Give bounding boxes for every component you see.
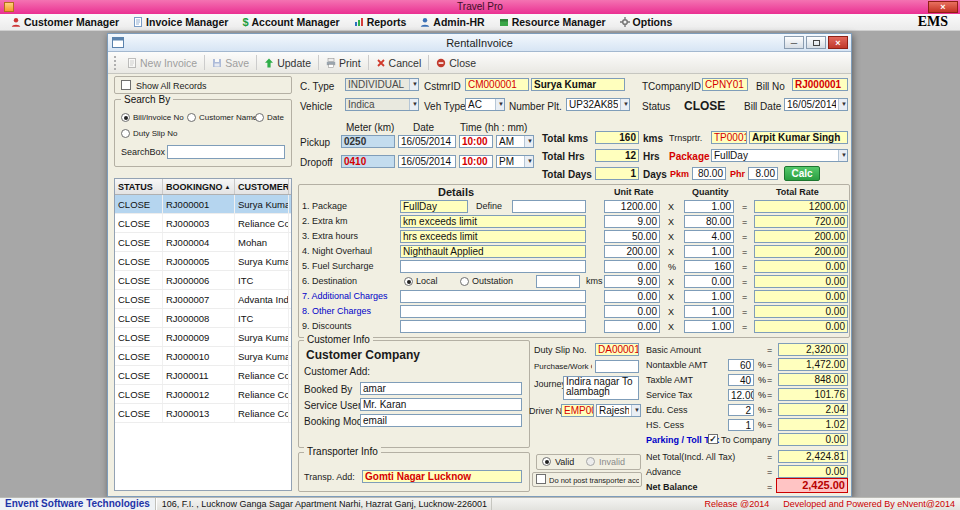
to-company-checkbox[interactable]: ✓: [708, 434, 718, 444]
calc-button[interactable]: Calc: [784, 166, 820, 181]
destination-kms-input[interactable]: [536, 275, 580, 288]
total-rate-field[interactable]: 0.00: [754, 305, 848, 318]
quantity-field[interactable]: 1.00: [684, 245, 734, 258]
nontax-amt-field[interactable]: 1,472.00: [778, 358, 848, 371]
grid-row[interactable]: CLOSERJ000004Mohan: [115, 233, 291, 252]
journey-desc-textarea[interactable]: Indira nagar To alambagh: [563, 376, 639, 400]
radio-local[interactable]: [404, 277, 413, 286]
trnsprtr-name-field[interactable]: Arpit Kumar Singh: [749, 131, 848, 144]
menu-admin-hr[interactable]: Admin-HR: [413, 14, 491, 31]
fuel-surcharge-field[interactable]: [400, 260, 586, 273]
menu-account-manager[interactable]: $Account Manager: [235, 14, 346, 31]
unit-rate-field[interactable]: 0.00: [604, 305, 660, 318]
quantity-field[interactable]: 1.00: [684, 290, 734, 303]
net-balance-field[interactable]: 2,425.00: [776, 478, 848, 493]
quantity-field[interactable]: 1.00: [684, 305, 734, 318]
minimize-button[interactable]: ─: [784, 36, 804, 49]
total-rate-field[interactable]: 720.00: [754, 215, 848, 228]
driver-name-select[interactable]: Rajesh Kumar▼: [596, 404, 641, 417]
new-invoice-button[interactable]: New Invoice: [122, 56, 202, 70]
grid-row[interactable]: CLOSERJ000013Reliance Com: [115, 404, 291, 423]
customer-name-field[interactable]: Surya Kumar: [531, 78, 625, 91]
radio-invalid[interactable]: [586, 457, 595, 466]
total-rate-field[interactable]: 200.00: [754, 230, 848, 243]
booked-by-field[interactable]: amar: [360, 382, 522, 395]
extra-hours-field[interactable]: hrs exceeds limit: [400, 230, 586, 243]
grid-row[interactable]: CLOSERJ000008ITC: [115, 309, 291, 328]
close-button[interactable]: ×: [828, 36, 848, 49]
radio-valid[interactable]: [542, 457, 551, 466]
c-type-select[interactable]: INDIVIDUAL▼: [345, 78, 419, 91]
purchase-order-input[interactable]: [595, 360, 639, 373]
dropoff-ampm-select[interactable]: PM▼: [496, 155, 534, 168]
bill-no-field[interactable]: RJ000001: [792, 78, 848, 91]
unit-rate-field[interactable]: 1200.00: [604, 200, 660, 213]
total-rate-field[interactable]: 0.00: [754, 275, 848, 288]
hs-cess-field[interactable]: 1.02: [778, 418, 848, 431]
grid-row[interactable]: CLOSERJ000010Surya Kumar: [115, 347, 291, 366]
basic-amount-field[interactable]: 2,320.00: [778, 343, 848, 356]
phr-field[interactable]: 8.00: [748, 167, 778, 180]
grid-row[interactable]: CLOSERJ000011Reliance Com: [115, 366, 291, 385]
unit-rate-field[interactable]: 50.00: [604, 230, 660, 243]
edu-cess-pct-input[interactable]: 2: [728, 404, 754, 416]
menu-reports[interactable]: Reports: [347, 14, 414, 31]
menu-customer-manager[interactable]: Customer Manager: [4, 14, 126, 31]
tax-amt-field[interactable]: 848.00: [778, 373, 848, 386]
print-button[interactable]: Print: [321, 56, 366, 70]
booking-mode-field[interactable]: email: [360, 414, 522, 427]
total-kms-field[interactable]: 160: [595, 131, 639, 144]
tax-pct-input[interactable]: 40: [728, 374, 754, 386]
vehicle-select[interactable]: Indica▼: [345, 98, 419, 111]
cstmrid-field[interactable]: CM000001: [465, 78, 529, 91]
number-plt-select[interactable]: UP32AK8596▼: [566, 98, 630, 111]
discounts-field[interactable]: [400, 320, 586, 333]
other-charges-field[interactable]: [400, 305, 586, 318]
grid-row[interactable]: CLOSERJ000001Surya Kumar: [115, 195, 291, 214]
update-button[interactable]: Update: [259, 56, 316, 70]
pickup-date-field[interactable]: 16/05/2014: [398, 135, 456, 148]
unit-rate-field[interactable]: 0.00: [604, 260, 660, 273]
grid-row[interactable]: CLOSERJ000009Surya Kumar: [115, 328, 291, 347]
duty-slip-field[interactable]: DA00001: [595, 343, 639, 356]
radio-outstation[interactable]: [460, 277, 469, 286]
night-overhaul-field[interactable]: Nighthault Applied: [400, 245, 586, 258]
cancel-button[interactable]: Cancel: [371, 56, 427, 70]
maximize-button[interactable]: [806, 36, 826, 49]
grid-header-customer[interactable]: CUSTOMER: [235, 179, 289, 194]
quantity-field[interactable]: 0.00: [684, 275, 734, 288]
grid-row[interactable]: CLOSERJ000005Surya Kumar: [115, 252, 291, 271]
total-rate-field[interactable]: 0.00: [754, 260, 848, 273]
menu-invoice-manager[interactable]: Invoice Manager: [126, 14, 235, 31]
grid-row[interactable]: CLOSERJ000012Reliance Com: [115, 385, 291, 404]
show-all-records-checkbox[interactable]: [121, 80, 131, 90]
net-total-field[interactable]: 2,424.81: [778, 450, 848, 463]
search-input[interactable]: [167, 145, 285, 159]
save-button[interactable]: Save: [207, 56, 254, 70]
pkm-field[interactable]: 80.00: [692, 167, 726, 180]
radio-date[interactable]: [255, 113, 264, 122]
total-rate-field[interactable]: 200.00: [754, 245, 848, 258]
dropoff-date-field[interactable]: 16/05/2014: [398, 155, 456, 168]
unit-rate-field[interactable]: 9.00: [604, 275, 660, 288]
quantity-field[interactable]: 1.00: [684, 320, 734, 333]
radio-bill-invoice-no[interactable]: [121, 113, 130, 122]
transp-add-field[interactable]: Gomti Nagar Lucknow: [362, 470, 522, 483]
quantity-field[interactable]: 80.00: [684, 215, 734, 228]
toolbar-grip[interactable]: [114, 56, 117, 70]
unit-rate-field[interactable]: 0.00: [604, 320, 660, 333]
dropoff-time-field[interactable]: 10:00: [459, 155, 493, 168]
hs-cess-pct-input[interactable]: 1: [728, 419, 754, 431]
grid-row[interactable]: CLOSERJ000003Reliance Com: [115, 214, 291, 233]
nontax-pct-input[interactable]: 60: [728, 359, 754, 371]
extra-km-field[interactable]: km exceeds limit: [400, 215, 586, 228]
pickup-time-field[interactable]: 10:00: [459, 135, 493, 148]
radio-customer-name[interactable]: [187, 113, 196, 122]
unit-rate-field[interactable]: 200.00: [604, 245, 660, 258]
veh-type-select[interactable]: AC▼: [465, 98, 505, 111]
menu-resource-manager[interactable]: Resource Manager: [492, 14, 613, 31]
define-input[interactable]: [512, 200, 586, 213]
window-titlebar[interactable]: RentalInvoice ─ ×: [108, 34, 851, 52]
pickup-meter-field[interactable]: 0250: [341, 135, 395, 148]
no-post-checkbox[interactable]: [536, 474, 546, 484]
